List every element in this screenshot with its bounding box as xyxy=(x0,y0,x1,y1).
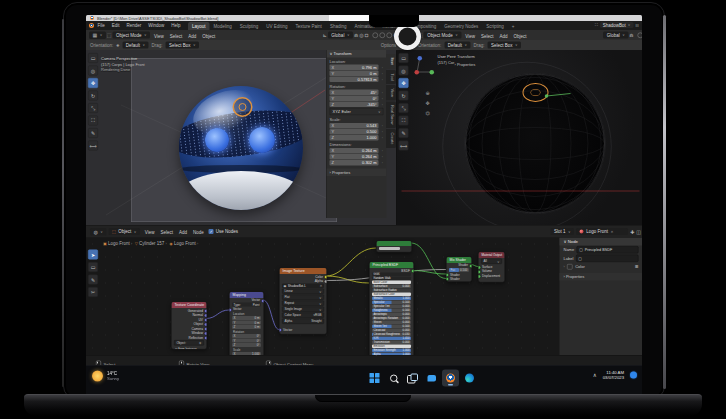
edge-app-button[interactable] xyxy=(461,370,478,387)
alpha-output-socket[interactable]: Alpha xyxy=(280,279,327,284)
gizmo-icon[interactable]: ⛭ xyxy=(365,32,369,38)
transform-orientation-dropdown[interactable]: Global∨ xyxy=(603,32,628,39)
menu-item[interactable]: Window xyxy=(145,23,168,28)
move-tool-icon[interactable]: ✥ xyxy=(399,78,409,88)
node-menu-item[interactable]: View xyxy=(142,230,158,235)
mix-shader-row[interactable]: Shader xyxy=(447,277,472,281)
cursor-tool-icon[interactable]: ◎ xyxy=(88,66,98,76)
camera-gadget-icon[interactable]: ⏣ xyxy=(426,110,430,116)
keyframe-dot-icon[interactable]: ◦ xyxy=(380,103,385,107)
shading-mode-buttons[interactable] xyxy=(638,32,643,38)
color-checkbox[interactable] xyxy=(567,264,573,270)
measure-tool-icon[interactable]: ⟺ xyxy=(88,141,98,151)
keyframe-dot-icon[interactable]: ◦ xyxy=(380,149,385,153)
node-image-texture[interactable]: Image Texture Color Alpha ▦ShadowBot-L✕ … xyxy=(279,268,327,335)
viewport-menu-item[interactable]: Add xyxy=(185,34,199,39)
annotate-tool-icon[interactable]: ✎ xyxy=(399,128,409,138)
keyframe-dot-icon[interactable]: ◦ xyxy=(380,130,385,134)
menu-item[interactable]: Help xyxy=(168,23,184,28)
keyframe-dot-icon[interactable]: ◦ xyxy=(380,124,385,128)
scale-field-row[interactable]: Z1.000◦ xyxy=(330,135,385,141)
keyframe-dot-icon[interactable]: ◦ xyxy=(380,97,385,101)
shader-type-dropdown[interactable]: ⬚Object∨ xyxy=(108,228,139,235)
view-layer-icon[interactable]: ☷ xyxy=(635,23,639,28)
sidebar-tab[interactable]: Item xyxy=(386,54,396,69)
unlabeled-node-field[interactable] xyxy=(379,247,400,250)
viewport-menu-item[interactable]: View xyxy=(462,34,478,39)
viewport-menu-item[interactable]: Select xyxy=(167,34,186,39)
drag-dropdown[interactable]: Select Box∨ xyxy=(488,42,522,49)
viewport-menu-item[interactable]: Object xyxy=(511,34,530,39)
sidebar-tab[interactable]: Tool xyxy=(386,70,396,84)
scale-field-row[interactable]: Y0.500◦ xyxy=(330,129,385,135)
node-name-field[interactable]: ▢Principled BSDF xyxy=(577,246,639,254)
rotation-field-row[interactable]: X45°◦ xyxy=(330,90,385,96)
node-row[interactable]: X0° xyxy=(232,334,261,338)
rotation-field-row[interactable]: Z-345°◦ xyxy=(330,102,385,108)
keyframe-dot-icon[interactable]: ◦ xyxy=(380,91,385,95)
node-color-row[interactable]: ›Color☰ xyxy=(560,263,643,272)
weather-widget[interactable]: 14°CSunny xyxy=(92,371,119,382)
orientation-dropdown[interactable]: Default∨ xyxy=(444,42,470,49)
robot-sphere-object[interactable] xyxy=(179,86,303,210)
snap-magnet-icon[interactable]: ⋒ xyxy=(354,32,358,38)
node-menu-item[interactable]: Node xyxy=(190,230,207,235)
gizmo-y-axis-icon[interactable] xyxy=(430,70,435,75)
node-input-socket[interactable]: Displacement xyxy=(479,274,505,279)
mode-dropdown[interactable]: Object Mode∨ xyxy=(113,32,151,39)
mix-shader-row[interactable]: Fac0.500 xyxy=(449,268,469,272)
scale-field-row[interactable]: X0.543◦ xyxy=(330,123,385,129)
select-box-tool-icon[interactable]: ▭ xyxy=(88,53,98,63)
search-button[interactable] xyxy=(385,370,402,387)
keyframe-dot-icon[interactable]: ◦ xyxy=(380,72,385,76)
rotation-field-row[interactable]: Y0°◦ xyxy=(330,96,385,102)
node-row[interactable]: Type:Point xyxy=(232,303,261,307)
workspace-tab[interactable]: + xyxy=(508,22,519,30)
sidebar-tab[interactable]: Real Snow xyxy=(386,102,396,128)
properties-panel-header[interactable]: › Properties xyxy=(327,169,387,177)
proportional-edit-icon[interactable]: ◎ xyxy=(359,32,363,38)
alpha-mode-dropdown[interactable]: AlphaStraight xyxy=(282,319,324,325)
node-menu-item[interactable]: Add xyxy=(176,230,190,235)
rotate-tool-icon[interactable]: ↻ xyxy=(399,91,409,101)
workspace-tab[interactable]: Shading xyxy=(326,22,351,30)
workspace-tab[interactable]: Texture Paint xyxy=(292,22,326,30)
unlabeled-node[interactable] xyxy=(376,241,412,253)
drag-dropdown[interactable]: Select Box∨ xyxy=(166,42,200,49)
node-principled-bsdf[interactable]: Principled BSDF BSDF GGXRandom WalkBase … xyxy=(369,262,414,356)
node-row[interactable]: X0 m xyxy=(232,316,261,320)
image-option-dropdown[interactable]: Single Image∨ xyxy=(282,307,324,313)
notification-badge[interactable] xyxy=(630,372,637,379)
node-row[interactable]: Y0° xyxy=(232,339,261,343)
viewport-menu-item[interactable]: Object xyxy=(199,34,218,39)
pin-icon[interactable]: ◫ xyxy=(636,229,641,235)
editor-type-button[interactable]: ◍∨ xyxy=(90,228,106,236)
node-mix-shader[interactable]: Mix Shader Shader Fac0.500ShaderShader xyxy=(446,257,472,283)
node-texture-coordinate[interactable]: Texture Coordinate GeneratedNormalUVObje… xyxy=(171,302,207,350)
measure-tool-icon[interactable]: ⟺ xyxy=(399,141,409,151)
mode-dropdown[interactable]: Object Mode∨ xyxy=(424,32,462,39)
node-row[interactable]: Z0 m xyxy=(232,325,261,329)
dimension-field-row[interactable]: Y0.264 m◦ xyxy=(330,154,385,160)
location-field-row[interactable]: 0.57813 m◦ xyxy=(330,77,385,83)
location-field-row[interactable]: Y0 m◦ xyxy=(330,71,385,77)
select-box-tool-icon[interactable]: ▭ xyxy=(399,53,409,63)
keyframe-dot-icon[interactable]: ◦ xyxy=(380,161,385,165)
start-button[interactable] xyxy=(366,370,383,387)
color-space-dropdown[interactable]: Color SpacesRGB xyxy=(282,313,324,319)
node-row[interactable]: Z0° xyxy=(232,343,261,347)
orientation-dropdown[interactable]: Default∨ xyxy=(122,42,148,49)
workspace-tab[interactable]: Geometry Nodes xyxy=(440,22,482,30)
rotation-mode-dropdown[interactable]: XYZ Euler∨ xyxy=(330,108,384,115)
transform-tool-icon[interactable]: ⛶ xyxy=(88,116,98,126)
keyframe-dot-icon[interactable]: ◦ xyxy=(380,78,385,82)
sidebar-tab[interactable]: Create xyxy=(386,129,396,148)
zoom-gadget-icon[interactable]: ⊕ xyxy=(426,90,430,96)
task-view-button[interactable] xyxy=(404,370,421,387)
new-material-icon[interactable]: ✚ xyxy=(630,229,634,235)
workspace-tab[interactable]: UV Editing xyxy=(262,22,291,30)
viewport-menu-item[interactable]: Add xyxy=(496,34,510,39)
object-field[interactable]: Object:◈ xyxy=(174,340,204,346)
image-selector[interactable]: ▦ShadowBot-L✕ xyxy=(282,284,324,289)
viewport-menu-item[interactable]: Select xyxy=(478,34,497,39)
